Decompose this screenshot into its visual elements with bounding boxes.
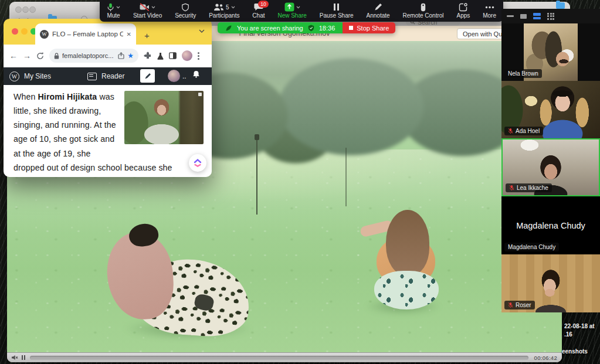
screen: ‹ › Search Final version Ugomeku.mov Ope… bbox=[0, 0, 600, 364]
sharing-timer: 18:36 bbox=[319, 25, 335, 32]
article-content: When Hiromi Hijikata was little, she lik… bbox=[4, 85, 212, 177]
participant-count: 5 bbox=[226, 4, 229, 11]
remote-control-button[interactable]: Remote Control bbox=[403, 3, 444, 19]
address-bar[interactable]: femalelaptoporc... ★ bbox=[49, 49, 138, 63]
chrome-menu-icon[interactable] bbox=[198, 52, 199, 60]
bookmark-star-icon[interactable]: ★ bbox=[127, 52, 134, 60]
pause-share-button[interactable]: Pause Share bbox=[320, 3, 354, 19]
participant-tile-active-speaker[interactable]: Lea Ikkache bbox=[501, 138, 600, 196]
window-zoom-button[interactable] bbox=[29, 6, 36, 13]
chevron-up-icon[interactable] bbox=[296, 6, 300, 9]
chevron-up-icon[interactable] bbox=[116, 6, 120, 9]
apps-button[interactable]: Apps bbox=[456, 3, 470, 19]
pencil-icon bbox=[374, 3, 382, 11]
browser-tab[interactable]: W FLO – Female Laptop Orchestra ✕ bbox=[35, 23, 136, 45]
video-off-icon bbox=[140, 3, 150, 11]
reader-link[interactable]: Reader bbox=[101, 72, 124, 80]
forward-button[interactable]: → bbox=[23, 51, 31, 60]
clickup-badge-icon[interactable] bbox=[189, 154, 206, 172]
folder-icon bbox=[556, 2, 565, 9]
sharing-status: You are screen sharing 18:36 bbox=[218, 22, 343, 33]
microphone-icon bbox=[107, 3, 114, 12]
tab-strip: W FLO – Female Laptop Orchestra ✕ + bbox=[4, 19, 212, 45]
dancer-right bbox=[359, 210, 447, 318]
participants-button[interactable]: 5 Participants bbox=[209, 3, 239, 19]
minimize-panel-icon[interactable] bbox=[507, 15, 514, 17]
share-screen-icon bbox=[284, 2, 294, 12]
screen-sharing-bar: You are screen sharing 18:36 Stop Share bbox=[218, 22, 395, 33]
participant-nametag: Roser bbox=[504, 301, 535, 309]
new-tab-button[interactable]: + bbox=[144, 30, 150, 40]
muted-mic-icon bbox=[509, 185, 514, 191]
person-name: Hiromi Hijikata bbox=[38, 92, 97, 101]
desktop-file-label[interactable]: 22-08-18 at bbox=[564, 323, 595, 329]
pause-icon[interactable] bbox=[22, 355, 25, 360]
window-close-button[interactable] bbox=[15, 6, 22, 13]
start-video-button[interactable]: Start Video bbox=[133, 3, 162, 19]
playback-scrubber[interactable] bbox=[30, 356, 528, 360]
participant-nametag: Nela Brown bbox=[504, 69, 542, 78]
tab-close-icon[interactable]: ✕ bbox=[127, 31, 131, 38]
sidebar-extension-icon[interactable] bbox=[169, 52, 177, 59]
desktop-folder-label[interactable]: eenshots bbox=[562, 348, 588, 355]
tab-search-chevron-icon[interactable] bbox=[199, 29, 205, 33]
sharing-status-text: You are screen sharing bbox=[237, 25, 303, 32]
window-minimize-button[interactable] bbox=[22, 6, 29, 13]
url-text: femalelaptoporc... bbox=[62, 52, 115, 59]
reader-icon bbox=[87, 73, 97, 80]
zoom-video-panel: Nela Brown Ada Hoel Lea Ikkache Magdalen… bbox=[501, 9, 600, 312]
stop-share-button[interactable]: Stop Share bbox=[343, 22, 395, 33]
expand-icon[interactable] bbox=[198, 93, 202, 96]
apps-icon bbox=[459, 3, 467, 12]
pause-icon bbox=[333, 3, 340, 11]
back-button[interactable]: ← bbox=[9, 51, 18, 60]
chat-unread-badge: 10 bbox=[258, 1, 269, 8]
muted-mic-icon bbox=[508, 128, 513, 134]
more-button[interactable]: More bbox=[483, 3, 496, 19]
extensions-puzzle-icon[interactable] bbox=[144, 52, 152, 60]
stop-icon bbox=[349, 26, 353, 30]
player-controls: 00:06:42 bbox=[7, 352, 562, 362]
chrome-window: W FLO – Female Laptop Orchestra ✕ + ← → … bbox=[4, 19, 212, 177]
shield-icon bbox=[181, 3, 189, 12]
desktop-file-label[interactable]: .16 bbox=[564, 331, 572, 338]
wordpress-admin-bar: W My Sites Reader .. bbox=[4, 67, 212, 85]
new-share-button[interactable]: New Share bbox=[277, 3, 306, 19]
write-post-button[interactable] bbox=[140, 69, 155, 83]
flask-extension-icon[interactable] bbox=[157, 52, 164, 60]
dancer-left bbox=[107, 223, 253, 343]
mute-button[interactable]: Mute bbox=[107, 3, 120, 19]
window-minimize-button[interactable] bbox=[21, 28, 28, 35]
participant-tile[interactable]: Nela Brown bbox=[501, 23, 600, 81]
tab-title: FLO – Female Laptop Orchestra bbox=[52, 30, 123, 38]
participant-tile[interactable]: Ada Hoel bbox=[501, 81, 600, 138]
speaker-view-icon[interactable] bbox=[520, 14, 527, 19]
annotate-button[interactable]: Annotate bbox=[367, 3, 390, 19]
user-avatar[interactable] bbox=[168, 70, 180, 82]
participant-tile-video-off[interactable]: Magdalena Chudy Magdalena Chudy bbox=[501, 196, 600, 254]
chevron-up-icon[interactable] bbox=[151, 6, 155, 9]
browser-toolbar: ← → femalelaptoporc... ★ bbox=[4, 45, 212, 67]
reload-button[interactable] bbox=[36, 52, 44, 60]
sharing-leaf-icon bbox=[225, 25, 232, 32]
profile-avatar[interactable] bbox=[182, 50, 192, 61]
chevron-up-icon[interactable] bbox=[231, 6, 235, 9]
chat-button[interactable]: 10 Chat bbox=[252, 3, 265, 19]
share-icon[interactable] bbox=[118, 52, 124, 59]
wordpress-logo-icon[interactable]: W bbox=[9, 72, 19, 81]
my-sites-link[interactable]: My Sites bbox=[24, 72, 51, 80]
dotted-skirt bbox=[374, 271, 439, 309]
zoom-toolbar: Mute Start Video Security 5 Participants… bbox=[100, 0, 503, 22]
mute-speaker-icon[interactable] bbox=[12, 355, 18, 360]
participant-nametag: Magdalena Chudy bbox=[504, 243, 559, 251]
notifications-bell-icon[interactable] bbox=[192, 70, 200, 78]
security-button[interactable]: Security bbox=[175, 3, 196, 19]
gallery-view-icon[interactable] bbox=[547, 13, 554, 20]
participant-tile[interactable]: Roser bbox=[501, 254, 600, 312]
muted-mic-icon bbox=[508, 302, 513, 308]
stop-share-label: Stop Share bbox=[357, 25, 389, 32]
shield-check-icon bbox=[308, 25, 314, 32]
window-close-button[interactable] bbox=[12, 28, 18, 35]
lamppost bbox=[256, 140, 257, 215]
strip-view-icon[interactable] bbox=[533, 13, 541, 19]
